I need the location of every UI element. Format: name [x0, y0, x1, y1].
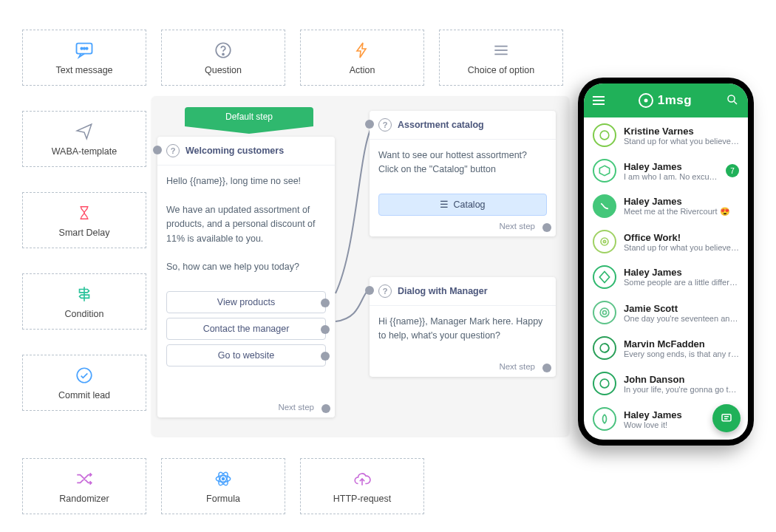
port-out[interactable] [542, 364, 551, 372]
palette-question[interactable]: Question [161, 30, 285, 86]
question-circle-icon: ? [378, 118, 392, 132]
port-out[interactable] [321, 404, 330, 413]
chat-row[interactable]: Office Work!Stand up for what you believ… [584, 224, 748, 259]
chat-name: Marvin McFadden [624, 338, 739, 349]
svg-point-9 [77, 368, 92, 383]
node-header: ? Assortment catalog [370, 111, 556, 140]
avatar [593, 194, 616, 218]
next-step-label: Next step [499, 222, 548, 231]
chat-row[interactable]: Haley JamesI am who I am. No excuses .7 [584, 153, 748, 188]
chat-row[interactable]: John DansonIn your life, you're gonna go… [584, 366, 748, 401]
port-in[interactable] [365, 286, 374, 295]
palette-label: Question [205, 65, 242, 75]
svg-point-3 [86, 48, 87, 50]
shuffle-icon [74, 468, 95, 489]
option-go-website[interactable]: Go to website [166, 344, 326, 366]
svg-rect-26 [722, 415, 731, 421]
chat-name: Haley James [624, 267, 739, 278]
chat-preview: I am who I am. No excuses . [624, 172, 718, 181]
option-label: Catalog [453, 200, 485, 210]
chat-preview: Every song ends, is that any reason... [624, 349, 739, 358]
phone-mockup: 1msg Kristine VarnesStand up for what yo… [578, 78, 754, 446]
next-step-label: Next step [278, 403, 327, 412]
chat-list[interactable]: Kristine VarnesStand up for what you bel… [584, 117, 748, 440]
port-out[interactable] [321, 325, 330, 334]
brand-text: 1msg [658, 93, 692, 108]
svg-line-16 [734, 101, 737, 104]
chat-preview: Some people are a little different🔥 [624, 278, 739, 287]
list-icon [491, 40, 511, 61]
option-view-products[interactable]: View products [166, 291, 326, 313]
avatar [593, 301, 616, 324]
palette-randomizer[interactable]: Randomizer [22, 458, 146, 514]
chat-name: Office Work! [624, 232, 739, 243]
chat-name: John Danson [624, 374, 739, 385]
chat-preview: Stand up for what you believe in [624, 243, 739, 252]
chat-preview: Stand up for what you believe in [624, 137, 739, 146]
svg-point-20 [603, 240, 605, 242]
svg-marker-18 [599, 166, 609, 175]
node-assortment-catalog[interactable]: ? Assortment catalog Want to see our hot… [370, 111, 556, 236]
svg-point-25 [600, 379, 609, 388]
palette-text-message[interactable]: Text message [22, 30, 146, 86]
palette-label: WABA-template [52, 146, 117, 157]
compose-fab[interactable] [712, 404, 741, 432]
avatar [593, 159, 616, 183]
node-title: Welcoming customers [186, 146, 284, 156]
palette-commit-lead[interactable]: Commit lead [22, 355, 146, 411]
question-circle-icon: ? [166, 144, 180, 157]
avatar [593, 336, 616, 360]
speech-bubble-icon [74, 40, 95, 61]
chat-name: Haley James [624, 196, 739, 207]
svg-point-13 [222, 477, 224, 480]
svg-point-22 [600, 308, 609, 317]
node-body: Want to see our hottest assortment? Clic… [370, 140, 556, 186]
port-out[interactable] [321, 299, 330, 307]
chat-row[interactable]: Marvin McFaddenEvery song ends, is that … [584, 330, 748, 366]
option-label: Go to website [218, 350, 274, 361]
node-welcoming-customers[interactable]: ? Welcoming customers Hello {{name}}, lo… [157, 137, 335, 417]
svg-marker-21 [599, 272, 609, 283]
palette-condition[interactable]: Condition [22, 273, 146, 330]
option-contact-manager[interactable]: Contact the manager [166, 318, 326, 340]
port-out[interactable] [542, 223, 551, 232]
svg-point-14 [644, 99, 647, 103]
avatar [593, 407, 616, 431]
chat-preview: Meet me at the Rivercourt 😍 [624, 207, 739, 216]
node-dialog-manager[interactable]: ? Dialog with Manager Hi {{name}}, Manag… [370, 277, 556, 377]
svg-point-15 [728, 95, 735, 102]
node-body: Hello {{name}}, long time no see! We hav… [157, 166, 335, 284]
port-in[interactable] [365, 120, 374, 129]
option-label: Contact the manager [203, 324, 290, 334]
body-line: Hello {{name}}, long time no see! [166, 174, 326, 188]
check-circle-icon [74, 365, 95, 386]
body-line: So, how can we help you today? [166, 260, 326, 274]
port-in[interactable] [153, 146, 162, 154]
avatar [593, 230, 616, 253]
port-out[interactable] [321, 352, 330, 361]
chat-name: Jamie Scott [624, 303, 739, 314]
palette-action[interactable]: Action [300, 30, 424, 86]
palette-formula[interactable]: Formula [161, 458, 285, 514]
chat-preview: In your life, you're gonna go to s... [624, 385, 739, 394]
flow-canvas[interactable]: Default step ? Welcoming customers Hello… [152, 96, 569, 436]
palette-smart-delay[interactable]: Smart Delay [22, 192, 146, 248]
palette-waba-template[interactable]: WABA-template [22, 111, 146, 167]
question-circle-icon [213, 40, 234, 61]
chat-row[interactable]: Jamie ScottOne day you're seventeen and.… [584, 295, 748, 330]
avatar [593, 372, 616, 395]
chat-row[interactable]: Kristine VarnesStand up for what you bel… [584, 117, 748, 153]
chat-row[interactable]: Haley JamesSome people are a little diff… [584, 259, 748, 295]
menu-icon[interactable] [593, 96, 605, 105]
chat-row[interactable]: Haley JamesMeet me at the Rivercourt 😍 [584, 188, 748, 224]
atom-icon [213, 468, 234, 489]
palette-label: Text message [55, 65, 112, 75]
search-icon[interactable] [726, 93, 739, 109]
default-step-banner: Default step [185, 107, 313, 126]
option-catalog[interactable]: ☰ Catalog [378, 194, 547, 216]
svg-point-17 [600, 131, 609, 140]
palette-label: Choice of option [468, 65, 534, 75]
palette-choice[interactable]: Choice of option [439, 30, 563, 86]
lightning-icon [352, 40, 372, 61]
palette-http-request[interactable]: HTTP-request [300, 458, 424, 514]
